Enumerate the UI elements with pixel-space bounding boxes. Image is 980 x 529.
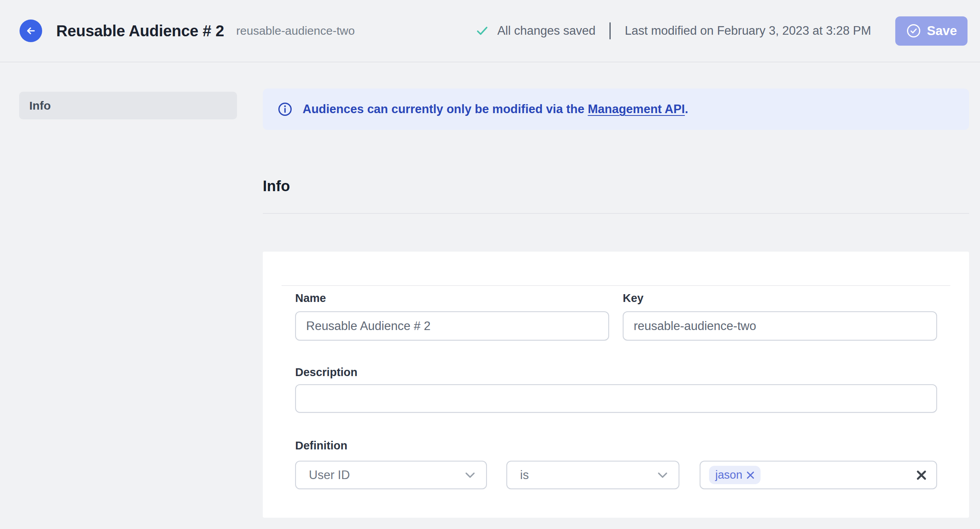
operator-select-value: is bbox=[520, 468, 657, 482]
banner-message: Audiences can currently only be modified… bbox=[303, 102, 688, 116]
info-card: Name Key Description Definition User ID … bbox=[263, 252, 969, 518]
back-button[interactable] bbox=[20, 20, 42, 42]
page-header: Reusable Audience # 2 reusable-audience-… bbox=[0, 0, 980, 62]
value-chip: jason bbox=[709, 466, 761, 484]
name-input[interactable] bbox=[295, 311, 609, 341]
description-label: Description bbox=[295, 365, 358, 379]
page-title: Reusable Audience # 2 bbox=[56, 22, 224, 40]
section-heading: Info bbox=[263, 179, 290, 193]
saved-status: All changes saved bbox=[497, 24, 596, 38]
header-right-group: All changes saved Last modified on Febru… bbox=[476, 16, 968, 46]
name-label: Name bbox=[295, 291, 326, 305]
last-modified-text: Last modified on February 3, 2023 at 3:2… bbox=[625, 24, 871, 38]
clear-values-icon[interactable] bbox=[916, 470, 927, 481]
value-chip-label: jason bbox=[715, 469, 742, 481]
arrow-left-icon bbox=[24, 24, 37, 37]
sidebar-item-label: Info bbox=[29, 99, 51, 112]
chevron-down-icon bbox=[465, 472, 475, 478]
definition-value-input[interactable]: jason bbox=[700, 461, 937, 489]
trait-select-value: User ID bbox=[309, 468, 465, 482]
trait-select[interactable]: User ID bbox=[295, 461, 487, 489]
card-top-divider bbox=[282, 285, 950, 286]
management-api-link[interactable]: Management API bbox=[588, 102, 685, 116]
info-banner: Audiences can currently only be modified… bbox=[263, 89, 969, 130]
key-label: Key bbox=[623, 291, 643, 305]
check-circle-icon bbox=[906, 23, 921, 39]
chip-remove-icon[interactable] bbox=[747, 471, 754, 479]
sidebar-item-info[interactable]: Info bbox=[19, 92, 237, 119]
description-input[interactable] bbox=[295, 384, 937, 413]
info-circle-icon bbox=[278, 102, 292, 117]
chevron-down-icon bbox=[657, 472, 668, 478]
page-slug: reusable-audience-two bbox=[236, 24, 355, 37]
banner-text-before: Audiences can currently only be modified… bbox=[303, 102, 588, 116]
banner-text-after: . bbox=[685, 102, 688, 116]
save-button-label: Save bbox=[927, 23, 957, 38]
save-button[interactable]: Save bbox=[895, 16, 968, 46]
definition-label: Definition bbox=[295, 438, 347, 453]
checkmark-icon bbox=[476, 26, 488, 36]
operator-select[interactable]: is bbox=[506, 461, 679, 489]
section-heading-divider bbox=[263, 213, 969, 214]
header-divider bbox=[609, 22, 611, 39]
key-input[interactable] bbox=[623, 311, 937, 341]
